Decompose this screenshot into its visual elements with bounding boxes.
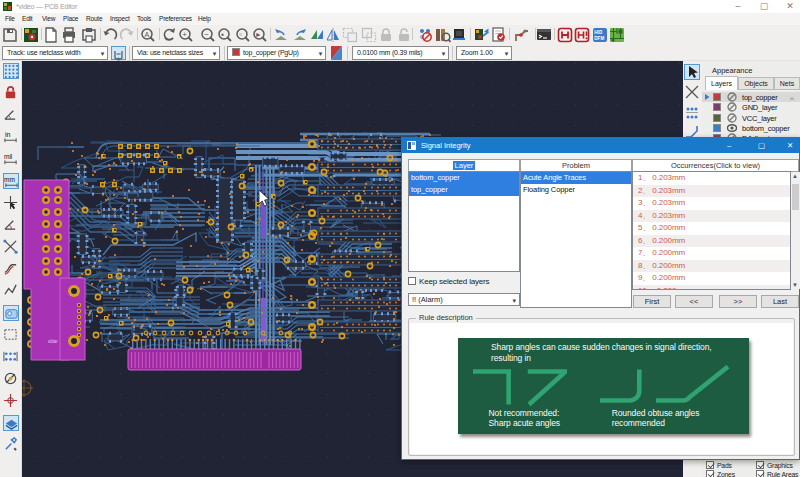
svg-text:▫: ▫ <box>239 30 242 39</box>
svg-text:mil: mil <box>4 153 13 160</box>
svg-text:DFM: DFM <box>594 36 604 41</box>
svg-text:in: in <box>5 131 11 138</box>
svg-text:HID: HID <box>594 30 603 35</box>
svg-text:▸: ▸ <box>256 30 260 39</box>
svg-text:▪: ▪ <box>221 30 224 39</box>
svg-text:A: A <box>145 31 150 38</box>
svg-text:mm: mm <box>4 176 15 183</box>
svg-text:−: − <box>204 30 209 39</box>
svg-text:+: + <box>182 30 187 39</box>
svg-text:sldar: sldar <box>48 339 58 344</box>
